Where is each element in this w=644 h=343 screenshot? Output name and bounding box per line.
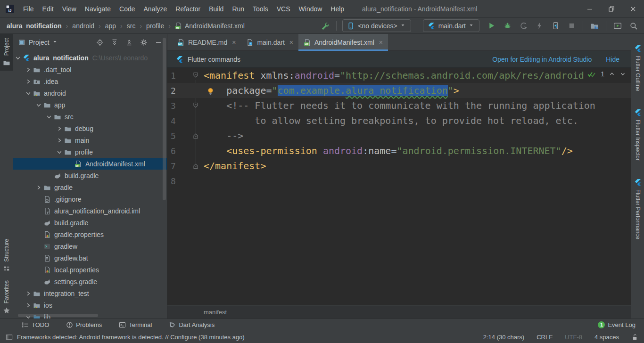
code-line-8[interactable]: 8 [167,173,631,188]
tool-stripe-flutter-outline[interactable]: Flutter Outline [631,41,644,95]
tree-item--gitignore[interactable]: .gitignore [13,193,167,205]
menu-file[interactable]: File [19,3,38,15]
menu-run[interactable]: Run [228,3,248,15]
tree-item-build-gradle[interactable]: build.gradle [13,217,167,229]
hide-icon[interactable] [155,39,162,46]
close-tab-icon[interactable]: × [232,39,236,46]
chevron-down-icon[interactable] [44,113,53,121]
tree-item-gradle-properties[interactable]: gradle.properties [13,229,167,240]
menu-window[interactable]: Window [295,3,327,15]
tree-item-profile[interactable]: profile [13,146,167,158]
status-widget-utf-8[interactable]: UTF-8 [565,334,582,341]
tree-horizontal-scrollbar[interactable] [18,314,98,317]
editor-breadcrumb-item[interactable]: manifest [204,309,227,316]
run-anything-icon[interactable] [612,20,623,32]
menu-analyze[interactable]: Analyze [140,3,172,15]
tree-item-main[interactable]: main [13,134,167,146]
flutter-wrench-icon[interactable] [319,20,330,32]
chevron-down-icon[interactable] [24,90,33,97]
tree-item--idea[interactable]: .idea [13,75,167,87]
minimize-button[interactable] [579,0,601,18]
chevron-right-icon[interactable] [24,78,33,85]
tool-stripe-flutter-inspector[interactable]: Flutter Inspector [631,105,644,165]
chevron-right-icon[interactable] [55,137,64,144]
fold-close-icon[interactable] [184,132,202,139]
panel-icon[interactable] [6,334,13,341]
status-widget-4-spaces[interactable]: 4 spaces [594,334,619,341]
tree-item-ios[interactable]: ios [13,299,167,311]
menu-help[interactable]: Help [326,3,348,15]
chevron-down-icon[interactable] [13,54,22,62]
code-editor[interactable]: 1 1<manifest xmlns:android="http://schem… [167,68,631,305]
fold-open-icon[interactable] [184,102,202,109]
menu-navigate[interactable]: Navigate [81,3,115,15]
code-line-6[interactable]: 6 <uses-permission android:name="android… [167,143,631,158]
tree-item-debug[interactable]: debug [13,122,167,134]
tool-window-button-terminal[interactable]: Terminal [119,321,152,328]
flutter-attach-icon[interactable] [550,20,561,32]
fold-open-icon[interactable] [184,72,202,79]
tree-item-settings-gradle[interactable]: settings.gradle [13,276,167,287]
chevron-right-icon[interactable] [24,302,33,309]
chevron-down-icon[interactable] [34,101,43,109]
editor-tab-readme-md[interactable]: MDREADME.md× [172,34,241,51]
breadcrumb-item[interactable]: alura_notification [7,22,62,30]
close-button[interactable] [622,0,644,18]
status-widget-2-14-30-chars-[interactable]: 2:14 (30 chars) [483,334,524,341]
status-widget-crlf[interactable]: CRLF [537,334,553,341]
device-selector[interactable]: <no devices> [342,19,411,32]
tool-window-button-dart-analysis[interactable]: Dart Analysis [169,321,215,328]
tree-item-alura-notification[interactable]: alura_notificationC:\Users\Leonardo [13,52,167,64]
menu-edit[interactable]: Edit [38,3,58,15]
profile-icon[interactable] [518,20,529,32]
tree-item-src[interactable]: src [13,111,167,122]
menu-build[interactable]: Build [205,3,228,15]
code-line-5[interactable]: 5 --> [167,128,631,143]
project-panel-title[interactable]: Project [29,39,50,46]
breadcrumb-item[interactable]: MFAndroidManifest.xml [175,22,245,30]
code-line-4[interactable]: 4 to allow setting breakpoints, to provi… [167,113,631,128]
menu-tools[interactable]: Tools [248,3,272,15]
close-tab-icon[interactable]: × [379,39,383,46]
select-opened-file-icon[interactable] [96,39,104,46]
code-line-3[interactable]: 3 <!-- Flutter needs it to communicate w… [167,98,631,113]
chevron-right-icon[interactable] [24,66,33,74]
chevron-right-icon[interactable] [24,290,33,297]
banner-action-open-for-editing-in-android-studio[interactable]: Open for Editing in Android Studio [492,56,592,63]
tree-item-gradle[interactable]: gradle [13,181,167,193]
chevron-right-icon[interactable] [55,125,64,132]
code-line-7[interactable]: 7</manifest> [167,158,631,173]
status-message[interactable]: Frameworks detected: Android framework i… [17,334,245,341]
maximize-button[interactable] [601,0,622,18]
tree-item-app[interactable]: app [13,99,167,111]
expand-all-icon[interactable] [111,39,118,46]
breadcrumb-item[interactable]: app [105,22,116,30]
collapse-all-icon[interactable] [125,39,133,46]
tree-item--dart-tool[interactable]: .dart_tool [13,64,167,75]
search-everywhere-icon[interactable] [628,20,639,32]
editor-tab-main-dart[interactable]: main.dart× [241,34,298,51]
event-log-button[interactable]: 1 Event Log [598,321,636,328]
tree-vertical-scrollbar[interactable] [163,38,166,200]
breadcrumb-item[interactable]: android [72,22,94,30]
editor-tab-androidmanifest-xml[interactable]: MFAndroidManifest.xml× [298,34,388,51]
settings-icon[interactable] [140,39,148,46]
debug-icon[interactable] [502,20,513,32]
chevron-right-icon[interactable] [34,184,43,191]
breadcrumb-item[interactable]: profile [146,22,164,30]
breadcrumb-item[interactable]: src [127,22,136,30]
close-tab-icon[interactable]: × [289,39,293,46]
tool-stripe-project[interactable]: Project [0,34,13,71]
tool-stripe-favorites[interactable]: Favorites [0,276,13,318]
tree-item-android[interactable]: android [13,87,167,99]
chevron-down-icon[interactable] [53,40,58,45]
tree-item-local-properties[interactable]: local.properties [13,264,167,276]
stop-icon[interactable] [566,20,577,32]
code-line-1[interactable]: 1<manifest xmlns:android="http://schemas… [167,68,631,83]
tree-item-integration-test[interactable]: integration_test [13,287,167,299]
hot-reload-icon[interactable] [534,20,545,32]
tree-item-androidmanifest-xml[interactable]: MFAndroidManifest.xml [13,158,167,170]
intention-bulb-icon[interactable] [207,87,214,98]
tool-stripe-flutter-performance[interactable]: Flutter Performance [631,174,644,244]
code-line-2[interactable]: 2 package="com.example.alura_notificatio… [167,83,631,98]
